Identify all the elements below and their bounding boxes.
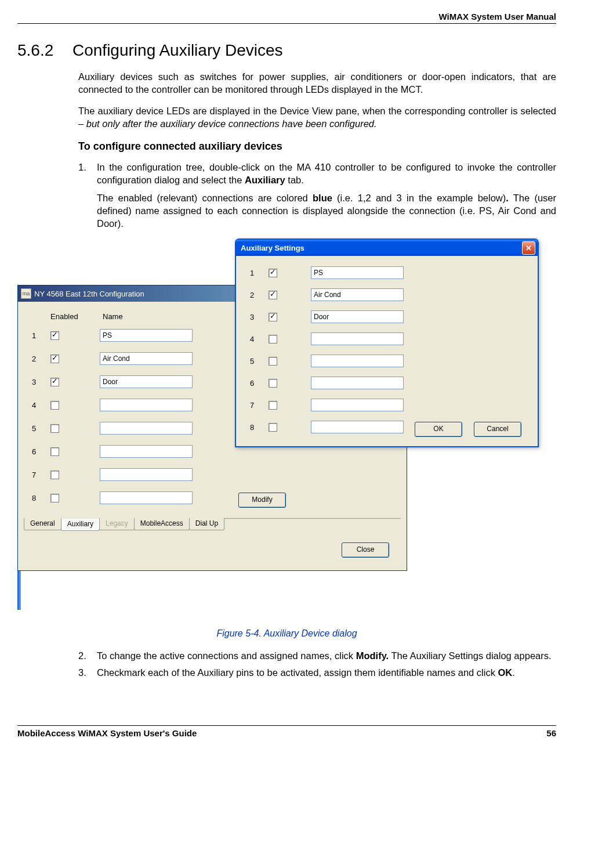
aux-checkbox-1[interactable] (269, 269, 277, 277)
row-number: 1 (32, 331, 50, 340)
row-number: 4 (250, 335, 269, 343)
row-number: 3 (32, 378, 50, 386)
aux-checkbox-5[interactable] (269, 357, 277, 366)
aux-name-input-6[interactable] (311, 377, 404, 389)
aux-checkbox-7[interactable] (269, 401, 277, 410)
aux-checkbox-6[interactable] (269, 379, 277, 388)
aux-name-input-8[interactable] (311, 421, 404, 433)
paragraph-2: The auxiliary device LEDs are displayed … (78, 104, 556, 131)
figure-caption: Figure 5-4. Auxiliary Device dialog (17, 628, 556, 639)
row-number: 6 (32, 447, 50, 456)
modify-button[interactable]: Modify (238, 493, 286, 508)
enabled-checkbox-6[interactable] (50, 447, 59, 456)
page-footer: MobileAccess WiMAX System User's Guide 5… (17, 725, 556, 738)
row-number: 7 (250, 401, 269, 410)
enabled-checkbox-4[interactable] (50, 401, 59, 410)
aux-checkbox-8[interactable] (269, 423, 277, 432)
config-row-7: 7 (24, 468, 401, 481)
row-number: 4 (32, 401, 50, 410)
aux-row-5: 5 (242, 355, 532, 367)
enabled-checkbox-2[interactable] (50, 355, 59, 363)
tab-legacy: Legacy (99, 518, 135, 530)
aux-name-input-7[interactable] (311, 399, 404, 411)
app-icon: ma (21, 288, 31, 299)
tab-mobileaccess[interactable]: MobileAccess (134, 518, 190, 530)
step-1: 1. In the configuration tree, double-cli… (78, 161, 556, 187)
ok-button[interactable]: OK (415, 422, 462, 437)
row-number: 2 (32, 355, 50, 363)
aux-name-input-2[interactable]: Air Cond (311, 288, 404, 301)
name-input-3[interactable]: Door (100, 375, 193, 388)
name-input-1[interactable]: PS (100, 329, 193, 342)
aux-checkbox-4[interactable] (269, 335, 277, 343)
row-number: 5 (32, 424, 50, 433)
aux-row-3: 3Door (242, 310, 532, 323)
paragraph-1: Auxiliary devices such as switches for p… (78, 70, 556, 96)
name-input-7[interactable] (100, 468, 193, 481)
aux-row-1: 1PS (242, 266, 532, 279)
name-input-8[interactable] (100, 491, 193, 504)
aux-name-input-1[interactable]: PS (311, 266, 404, 279)
subheading: To configure connected auxiliary devices (78, 140, 556, 153)
enabled-checkbox-1[interactable] (50, 331, 59, 340)
close-button[interactable]: Close (342, 542, 389, 558)
section-number: 5.6.2 (17, 41, 72, 60)
tab-dial-up[interactable]: Dial Up (189, 518, 224, 530)
enabled-checkbox-3[interactable] (50, 378, 59, 386)
enabled-checkbox-8[interactable] (50, 494, 59, 502)
figure-area: ma NY 4568 East 12th Configuration Enabl… (17, 238, 536, 621)
aux-row-7: 7 (242, 399, 532, 411)
row-number: 2 (250, 291, 269, 299)
row-number: 8 (32, 494, 50, 502)
name-input-2[interactable]: Air Cond (100, 352, 193, 365)
col-enabled: Enabled (50, 312, 103, 321)
row-number: 7 (32, 471, 50, 479)
tab-auxiliary[interactable]: Auxiliary (61, 518, 100, 531)
tab-general[interactable]: General (24, 518, 61, 530)
row-number: 5 (250, 357, 269, 366)
footer-page-number: 56 (546, 728, 556, 738)
step-2: 2. To change the active connections and … (78, 649, 556, 662)
footer-left: MobileAccess WiMAX System User's Guide (17, 728, 197, 738)
row-number: 6 (250, 379, 269, 388)
name-input-6[interactable] (100, 445, 193, 458)
section-heading: 5.6.2Configuring Auxiliary Devices (17, 41, 556, 60)
cancel-button[interactable]: Cancel (474, 422, 521, 437)
row-number: 8 (250, 423, 269, 432)
step-3: 3. Checkmark each of the Auxiliary pins … (78, 666, 556, 679)
aux-row-2: 2Air Cond (242, 288, 532, 301)
step-1-sub: The enabled (relevant) connections are c… (97, 191, 556, 230)
aux-row-4: 4 (242, 332, 532, 345)
row-number: 1 (250, 269, 269, 277)
aux-name-input-5[interactable] (311, 355, 404, 367)
aux-name-input-3[interactable]: Door (311, 310, 404, 323)
auxiliary-settings-window: Auxiliary Settings ✕ 1PS2Air Cond3Door45… (235, 238, 539, 447)
page-header: WiMAX System User Manual (17, 12, 556, 24)
name-input-4[interactable] (100, 399, 193, 411)
aux-checkbox-3[interactable] (269, 313, 277, 321)
aux-row-6: 6 (242, 377, 532, 389)
tabs-row: GeneralAuxiliaryLegacyMobileAccessDial U… (24, 518, 401, 531)
section-title: Configuring Auxiliary Devices (72, 41, 283, 59)
enabled-checkbox-5[interactable] (50, 424, 59, 433)
col-name: Name (103, 312, 123, 321)
row-number: 3 (250, 313, 269, 321)
aux-checkbox-2[interactable] (269, 291, 277, 299)
aux-titlebar[interactable]: Auxiliary Settings ✕ (236, 240, 538, 256)
name-input-5[interactable] (100, 422, 193, 435)
close-icon[interactable]: ✕ (522, 241, 535, 255)
enabled-checkbox-7[interactable] (50, 471, 59, 479)
config-window-title: NY 4568 East 12th Configuration (34, 290, 144, 298)
aux-name-input-4[interactable] (311, 332, 404, 345)
aux-window-title: Auxiliary Settings (241, 244, 304, 252)
